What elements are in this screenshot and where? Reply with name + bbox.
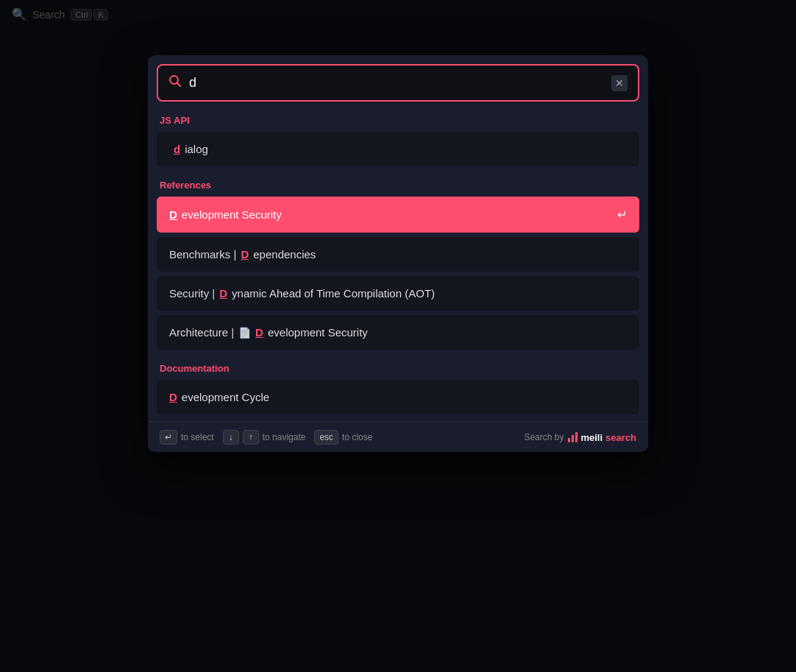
result-item-architecture-development-security[interactable]: Architecture | 📄 Development Security: [157, 315, 639, 350]
enter-icon: ↵: [617, 208, 627, 222]
result-item-dialog[interactable]: dialog: [157, 132, 639, 166]
result-item-security-dynamic-aot[interactable]: Security | Dynamic Ahead of Time Compila…: [157, 276, 639, 311]
close-label: to close: [342, 432, 372, 442]
item-prefix: Security |: [169, 287, 215, 300]
section-label-js-api: JS API: [157, 110, 639, 132]
meili-name-text: meili: [580, 432, 603, 443]
search-icon-input: [168, 74, 182, 91]
search-input[interactable]: [189, 75, 604, 91]
item-suffix: ependencies: [253, 248, 316, 261]
up-kbd: ↑: [243, 430, 259, 445]
footer-hints: ↵ to select ↓ ↑ to navigate esc to close: [160, 430, 372, 445]
item-suffix: ialog: [185, 143, 208, 155]
item-suffix: evelopment Security: [268, 326, 368, 339]
item-highlight: D: [169, 208, 177, 221]
hint-select: ↵ to select: [160, 430, 214, 445]
esc-kbd: esc: [314, 430, 338, 445]
result-text: dialog: [169, 143, 627, 155]
powered-by: Search by meilisearch: [524, 432, 636, 443]
doc-icon: 📄: [238, 327, 251, 339]
item-suffix: evelopment Cycle: [182, 391, 269, 403]
result-item-development-cycle[interactable]: Development Cycle: [157, 380, 639, 414]
hint-navigate: ↓ ↑ to navigate: [223, 430, 306, 445]
item-suffix: ynamic Ahead of Time Compilation (AOT): [232, 287, 435, 300]
hint-close: esc to close: [314, 430, 372, 445]
modal-overlay: ✕ JS API dialog References Development S…: [0, 0, 796, 672]
item-highlight: d: [174, 143, 180, 155]
dialog-footer: ↵ to select ↓ ↑ to navigate esc to close…: [148, 422, 648, 452]
item-prefix: Benchmarks |: [169, 248, 236, 261]
select-label: to select: [181, 432, 214, 442]
search-dialog: ✕ JS API dialog References Development S…: [148, 55, 648, 452]
meili-bars-icon: [568, 432, 578, 442]
result-text: Development Cycle: [169, 391, 627, 403]
clear-button[interactable]: ✕: [611, 75, 628, 91]
search-input-area[interactable]: ✕: [157, 64, 639, 102]
navigate-label: to navigate: [263, 432, 306, 442]
item-highlight: D: [255, 326, 263, 339]
result-text: Architecture | 📄 Development Security: [169, 326, 627, 339]
down-kbd: ↓: [223, 430, 239, 445]
result-item-development-security[interactable]: Development Security ↵: [157, 197, 639, 233]
item-highlight: D: [219, 287, 227, 300]
results-area[interactable]: JS API dialog References Development Sec…: [148, 102, 648, 422]
section-label-references: References: [157, 175, 639, 197]
section-label-documentation: Documentation: [157, 358, 639, 380]
result-text: Benchmarks | Dependencies: [169, 248, 627, 261]
item-prefix: Architecture |: [169, 326, 234, 339]
item-highlight: D: [241, 248, 249, 261]
result-item-benchmarks-dependencies[interactable]: Benchmarks | Dependencies: [157, 237, 639, 272]
item-suffix: evelopment Security: [182, 208, 282, 221]
result-text: Development Security: [169, 208, 617, 221]
meilisearch-logo: meilisearch: [568, 432, 636, 443]
item-highlight: D: [169, 391, 177, 403]
enter-kbd: ↵: [160, 430, 177, 445]
powered-by-label: Search by: [524, 432, 564, 442]
svg-line-1: [177, 83, 181, 87]
meili-search-text: search: [605, 432, 636, 443]
result-text: Security | Dynamic Ahead of Time Compila…: [169, 287, 627, 300]
